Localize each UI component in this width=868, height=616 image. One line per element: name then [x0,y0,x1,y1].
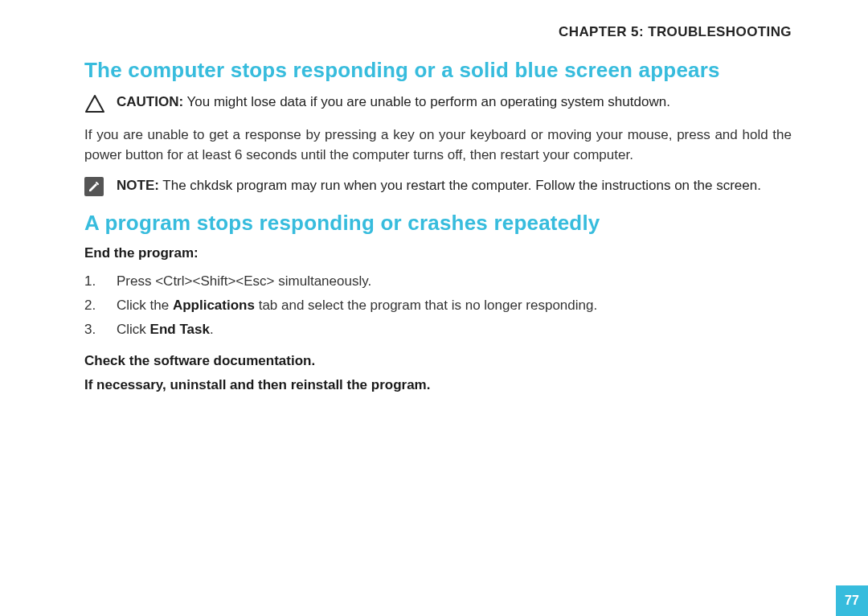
end-program-label: End the program: [84,245,792,261]
check-docs-label: Check the software documentation. [84,353,792,369]
note-callout: NOTE: The chkdsk program may run when yo… [84,176,792,198]
steps-list: 1. Press <Ctrl><Shift><Esc> simultaneous… [84,269,792,341]
note-pencil-icon [84,177,105,198]
step-strong: Applications [173,298,255,313]
step-text: Click End Task. [117,318,214,342]
note-body: The chkdsk program may run when you rest… [159,178,761,193]
chapter-header: CHAPTER 5: TROUBLESHOOTING [84,24,792,40]
step-strong: End Task [150,322,210,337]
step-post: . [210,322,214,337]
step-number: 1. [84,269,102,294]
step-text: Click the Applications tab and select th… [117,294,597,318]
section-heading-bsod: The computer stops responding or a solid… [84,58,792,83]
caution-body: You might lose data if you are unable to… [183,94,670,109]
page-number-badge: 77 [836,585,868,616]
step-number: 2. [84,294,102,318]
body-para-power: If you are unable to get a response by p… [84,125,792,165]
section-heading-program-crash: A program stops responding or crashes re… [84,211,792,236]
step-post: tab and select the program that is no lo… [255,298,597,313]
caution-callout: CAUTION: You might lose data if you are … [84,92,792,114]
list-item: 2. Click the Applications tab and select… [84,294,792,318]
reinstall-label: If necessary, uninstall and then reinsta… [84,377,792,393]
list-item: 3. Click End Task. [84,318,792,342]
page-number: 77 [845,593,859,608]
caution-text: CAUTION: You might lose data if you are … [117,92,792,113]
step-pre: Click the [117,298,173,313]
note-lead: NOTE: [117,178,159,193]
svg-marker-0 [86,96,104,112]
page: CHAPTER 5: TROUBLESHOOTING The computer … [0,0,868,616]
caution-triangle-icon [84,93,105,114]
caution-lead: CAUTION: [117,94,183,109]
note-text: NOTE: The chkdsk program may run when yo… [117,176,792,196]
step-number: 3. [84,318,102,342]
list-item: 1. Press <Ctrl><Shift><Esc> simultaneous… [84,269,792,294]
step-pre: Press <Ctrl><Shift><Esc> simultaneously. [117,273,371,289]
step-pre: Click [117,322,150,337]
step-text: Press <Ctrl><Shift><Esc> simultaneously. [117,269,371,294]
